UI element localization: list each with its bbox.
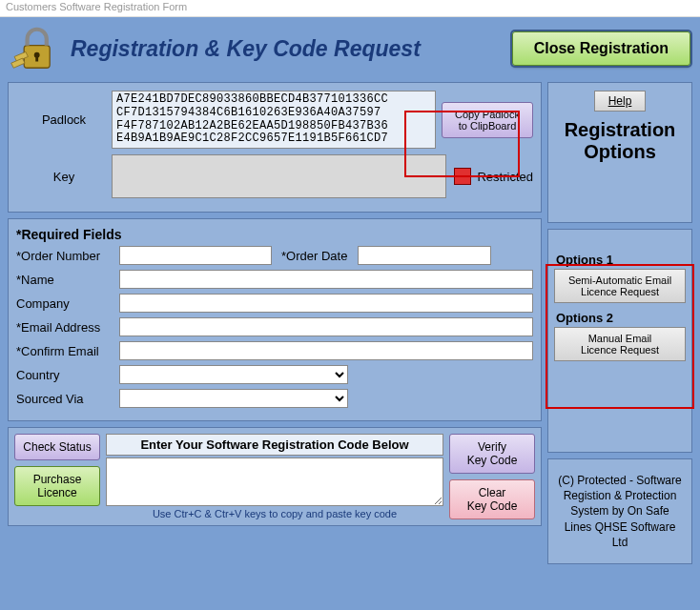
copy-paste-hint: Use Ctr+C & Ctr+V keys to copy and paste… [106, 508, 443, 519]
name-input[interactable] [119, 270, 533, 289]
clear-line1: Clear [479, 486, 506, 499]
manual-email-button[interactable]: Manual Email Licence Request [554, 327, 686, 361]
name-label: *Name [16, 273, 119, 287]
registration-options-title-panel: Help Registration Options [547, 82, 692, 223]
svg-rect-2 [35, 55, 38, 62]
email-label: *Email Address [16, 320, 119, 335]
copy-padlock-line2: to ClipBoard [459, 120, 517, 132]
verify-line2: Key Code [467, 454, 518, 467]
purchase-licence-button[interactable]: Purchase Licence [14, 466, 100, 506]
copy-padlock-line1: Copy Padlock [455, 109, 520, 120]
restricted-label: Restricted [477, 170, 533, 184]
registration-options-panel: Options 1 Semi-Automatic Email Licence R… [547, 229, 692, 453]
options-1-label: Options 1 [556, 253, 613, 267]
window-titlebar: Customers Software Registration Form [0, 0, 700, 17]
order-number-label: *Order Number [16, 249, 119, 263]
country-label: Country [16, 368, 119, 382]
registration-options-title: Registration Options [565, 119, 676, 163]
close-registration-button[interactable]: Close Registration [512, 31, 690, 66]
registration-code-input[interactable] [106, 458, 443, 506]
opt2-line2: Licence Request [581, 344, 659, 356]
required-fields-panel: *Required Fields *Order Number *Order Da… [8, 218, 542, 421]
app-frame: Registration & Key Code Request Close Re… [0, 17, 700, 610]
options-2-label: Options 2 [556, 311, 613, 325]
company-label: Company [16, 296, 119, 311]
restricted-indicator: Restricted [454, 168, 533, 185]
header: Registration & Key Code Request Close Re… [2, 19, 698, 82]
restricted-icon [454, 168, 471, 185]
verify-key-code-button[interactable]: Verify Key Code [449, 434, 535, 474]
help-button[interactable]: Help [594, 91, 647, 112]
key-label: Key [16, 170, 112, 184]
padlock-icon [10, 23, 61, 74]
semi-automatic-email-button[interactable]: Semi-Automatic Email Licence Request [554, 269, 686, 303]
padlock-label: Padlock [16, 112, 112, 127]
order-date-input[interactable] [358, 246, 491, 265]
confirm-email-input[interactable] [119, 341, 533, 360]
confirm-email-label: *Confirm Email [16, 344, 119, 358]
opt1-line1: Semi-Automatic Email [568, 274, 671, 286]
verify-line1: Verify [478, 440, 506, 454]
order-date-label: *Order Date [281, 249, 358, 263]
padlock-key-panel: Padlock A7E241BD7DEC89033860BBECD4B37710… [8, 82, 542, 213]
sourced-via-select[interactable] [119, 389, 348, 408]
opt2-line1: Manual Email [588, 333, 652, 344]
key-display [112, 154, 446, 198]
page-title: Registration & Key Code Request [71, 36, 503, 62]
country-select[interactable] [119, 365, 348, 384]
copyright-text: (C) Protected - Software Registion & Pro… [554, 467, 686, 556]
company-input[interactable] [119, 294, 533, 313]
required-fields-title: *Required Fields [16, 227, 533, 242]
padlock-code-display: A7E241BD7DEC89033860BBECD4B377101336CC C… [112, 91, 436, 149]
clear-key-code-button[interactable]: Clear Key Code [449, 479, 535, 519]
registration-code-title: Enter Your Software Registration Code Be… [106, 434, 443, 456]
check-status-button[interactable]: Check Status [14, 434, 100, 460]
sourced-via-label: Sourced Via [16, 392, 119, 406]
copyright-panel: (C) Protected - Software Registion & Pro… [547, 458, 692, 564]
registration-code-panel: Check Status Purchase Licence Enter Your… [8, 427, 542, 526]
copy-padlock-button[interactable]: Copy Padlock to ClipBoard [442, 102, 533, 138]
order-number-input[interactable] [119, 246, 272, 265]
clear-line2: Key Code [467, 499, 518, 513]
opt1-line2: Licence Request [581, 286, 659, 297]
email-input[interactable] [119, 317, 533, 336]
